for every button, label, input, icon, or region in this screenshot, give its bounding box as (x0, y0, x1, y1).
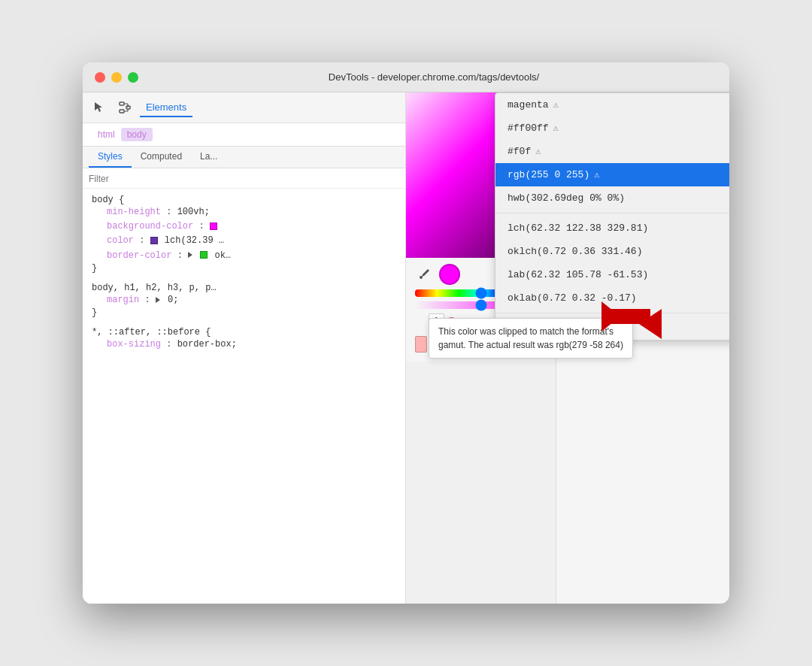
swatch-1[interactable] (415, 336, 427, 353)
dropdown-label-rgb: rgb(255 0 255) (508, 169, 589, 180)
close-button[interactable] (95, 72, 105, 83)
css-prop-background-color: background-color : (92, 219, 396, 234)
prop-name-margin: margin (107, 295, 139, 305)
dropdown-label-oklch: oklch(0.72 0.36 331.46) (508, 246, 642, 257)
svg-rect-1 (120, 110, 124, 113)
prop-value-color: lch(32.39 … (165, 235, 224, 246)
css-content: body { min-height : 100vh; background-co… (83, 189, 405, 604)
css-prop-box-sizing: box-sizing : border-box; (92, 338, 396, 352)
breadcrumb-body[interactable]: body (121, 128, 153, 141)
prop-value-min-height: 100vh; (177, 207, 210, 217)
warn-icon-magenta: ⚠ (553, 99, 559, 110)
dropdown-label-magenta: magenta (508, 99, 549, 110)
filter-input[interactable] (89, 174, 399, 184)
toolbar: Elements (83, 92, 405, 123)
red-arrow-indicator (601, 279, 662, 339)
svg-rect-0 (120, 102, 124, 105)
breadcrumb-html[interactable]: html (92, 128, 121, 141)
tab-layout[interactable]: La... (191, 147, 226, 168)
css-brace-close-1: } (92, 263, 97, 274)
dropdown-item-hwb[interactable]: hwb(302.69deg 0% 0%) (495, 186, 729, 210)
color-swatch[interactable] (150, 237, 158, 244)
devtools-body: Elements html body Styles Computed La...… (83, 92, 729, 604)
window-title: DevTools - developer.chrome.com/tags/dev… (150, 71, 717, 83)
color-preview-circle (439, 264, 460, 285)
titlebar: DevTools - developer.chrome.com/tags/dev… (83, 62, 729, 92)
minimize-button[interactable] (111, 72, 122, 83)
tab-computed[interactable]: Computed (132, 147, 191, 168)
left-panel: Elements html body Styles Computed La...… (83, 92, 406, 604)
eyedropper-button[interactable] (415, 265, 433, 283)
breadcrumb: html body (83, 123, 405, 147)
dropdown-divider-1 (495, 213, 729, 213)
css-selector-body: body { (92, 195, 124, 205)
dropdown-item-ff00ff[interactable]: #ff00ff ⚠ (495, 117, 729, 140)
border-color-arrow[interactable] (188, 252, 192, 258)
filter-bar (83, 168, 405, 189)
maximize-button[interactable] (128, 72, 138, 83)
dropdown-label-hwb: hwb(302.69deg 0% 0%) (508, 192, 625, 204)
dropdown-item-f0f[interactable]: #f0f ⚠ (495, 140, 729, 163)
tab-styles[interactable]: Styles (89, 147, 132, 168)
css-prop-border-color: border-color : ok… (92, 249, 396, 263)
dropdown-item-magenta[interactable]: magenta ⚠ (495, 93, 729, 117)
dropdown-label-lch: lch(62.32 122.38 329.81) (508, 223, 648, 234)
border-color-swatch[interactable] (200, 251, 208, 259)
margin-arrow[interactable] (156, 297, 160, 303)
bg-color-swatch[interactable] (210, 223, 217, 230)
css-rule-universal: *, ::after, ::before { box-sizing : bord… (83, 324, 405, 355)
devtools-window: DevTools - developer.chrome.com/tags/dev… (83, 62, 729, 604)
dropdown-item-rgb[interactable]: rgb(255 0 255) ⚠ (495, 163, 729, 186)
dom-tree-icon[interactable] (114, 97, 135, 118)
css-prop-color: color : lch(32.39 … (92, 234, 396, 248)
svg-point-7 (420, 276, 423, 279)
prop-name-color: color (107, 235, 134, 246)
css-prop-min-height: min-height : 100vh; (92, 205, 396, 219)
prop-name-border-color: border-color (107, 250, 171, 261)
dropdown-label-f0f: #f0f (508, 146, 531, 157)
warn-icon-ff00ff: ⚠ (553, 123, 559, 134)
prop-value-box-sizing: border-box; (177, 339, 237, 350)
dropdown-item-oklch[interactable]: oklch(0.72 0.36 331.46) (495, 240, 729, 263)
tab-elements[interactable]: Elements (140, 98, 192, 117)
prop-name-box-sizing: box-sizing (107, 339, 161, 350)
dropdown-label-ff00ff: #ff00ff (508, 123, 549, 134)
dropdown-item-lch[interactable]: lch(62.32 122.38 329.81) (495, 216, 729, 240)
traffic-lights (95, 72, 138, 83)
warn-icon-f0f: ⚠ (535, 146, 541, 157)
warn-icon-rgb: ⚠ (594, 169, 599, 180)
cursor-icon[interactable] (89, 97, 110, 118)
prop-name-bg-color: background-color (107, 221, 193, 232)
css-rule-body: body { min-height : 100vh; background-co… (83, 192, 405, 277)
css-selector-body-headings: body, h1, h2, h3, p, p… (92, 283, 217, 293)
tooltip-line1: This color was clipped to match the form… (438, 326, 614, 337)
styles-tabs: Styles Computed La... (83, 147, 405, 168)
css-rule-body-headings: body, h1, h2, h3, p, p… margin : 0; } (83, 280, 405, 321)
prop-name-min-height: min-height (107, 207, 161, 217)
css-prop-margin: margin : 0; (92, 293, 396, 307)
css-selector-universal: *, ::after, ::before { (92, 327, 211, 338)
prop-value-border-color: ok… (214, 250, 231, 261)
prop-value-margin: 0; (168, 295, 178, 305)
css-brace-close-2: } (92, 307, 97, 318)
svg-marker-10 (601, 301, 620, 331)
tooltip-line2: gamut. The actual result was rgb(279 -58… (438, 340, 623, 350)
